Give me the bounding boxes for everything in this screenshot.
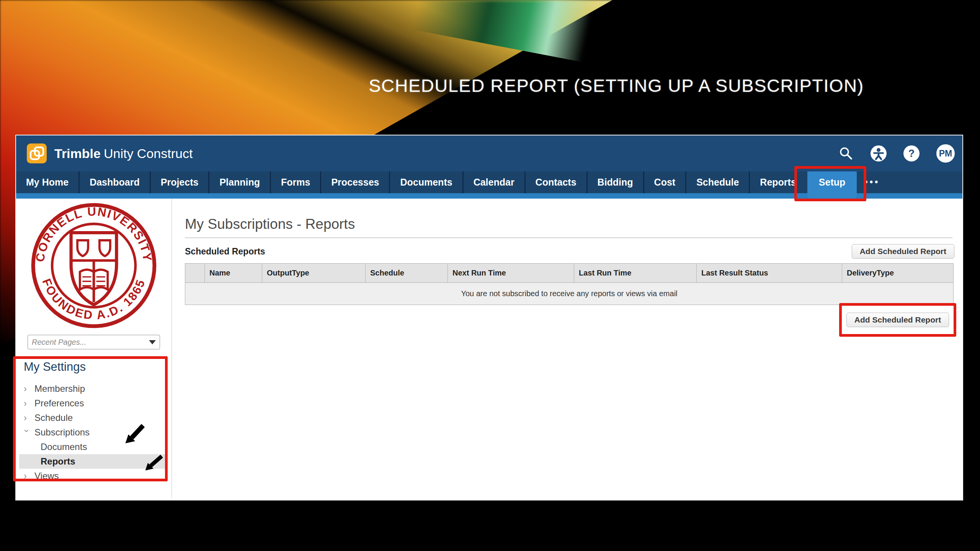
chevron-right-icon: › — [24, 399, 30, 408]
scheduled-reports-label: Scheduled Reports — [185, 246, 962, 257]
brand-rest: Unity Construct — [104, 146, 193, 161]
trimble-logo-icon — [28, 145, 45, 162]
scheduled-reports-table: Name OutputType Schedule Next Run Time L… — [185, 263, 954, 305]
empty-state-message: You are not subscribed to receive any re… — [461, 289, 677, 298]
column-last-result-status[interactable]: Last Result Status — [696, 264, 842, 282]
column-name[interactable]: Name — [204, 264, 262, 282]
app-window: TrimbleUnity Construct — [15, 135, 963, 500]
brand-bold: Trimble — [54, 146, 101, 161]
nav-item-bidding[interactable]: Bidding — [586, 171, 643, 193]
page-title: My Subscriptions - Reports — [185, 216, 962, 232]
settings-list: › Membership › Preferences › Schedule — [24, 381, 172, 483]
annotation-red-box-add-button: Add Scheduled Report — [839, 303, 956, 337]
trimble-logo — [27, 143, 47, 163]
sidebar-item-views[interactable]: › Views — [24, 469, 172, 483]
recent-pages-dropdown[interactable]: Recent Pages... — [28, 335, 160, 349]
nav-item-projects[interactable]: Projects — [150, 171, 209, 193]
sidebar-item-reports-selected[interactable]: Reports — [19, 454, 166, 469]
sidebar: CORNELL UNIVERSITY FOUNDED A.D. 1865 — [16, 199, 172, 498]
app-body: CORNELL UNIVERSITY FOUNDED A.D. 1865 — [16, 199, 962, 498]
title-divider — [185, 238, 952, 238]
search-icon[interactable] — [838, 146, 854, 161]
recent-pages-placeholder: Recent Pages... — [32, 338, 86, 347]
app-header-bar: TrimbleUnity Construct — [16, 135, 962, 171]
chevron-right-icon: › — [24, 384, 30, 393]
chevron-down-icon[interactable] — [149, 340, 156, 344]
nav-tab-setup-active[interactable]: Setup — [807, 171, 857, 199]
empty-state-row: You are not subscribed to receive any re… — [185, 283, 953, 305]
accessibility-icon[interactable] — [871, 145, 887, 161]
nav-item-cost[interactable]: Cost — [643, 171, 686, 193]
chevron-right-icon: › — [24, 413, 30, 422]
nav-item-reports[interactable]: Reports — [749, 171, 806, 193]
column-next-run-time[interactable]: Next Run Time — [448, 264, 574, 282]
my-settings-section: My Settings › Membership › Preferences › — [16, 360, 172, 483]
column-select — [185, 264, 204, 282]
nav-item-my-home[interactable]: My Home — [16, 171, 78, 193]
chevron-right-icon: › — [24, 471, 30, 481]
help-glyph: ? — [908, 148, 915, 160]
column-schedule[interactable]: Schedule — [365, 264, 448, 282]
main-content: My Subscriptions - Reports Scheduled Rep… — [172, 199, 962, 498]
cornell-university-seal: CORNELL UNIVERSITY FOUNDED A.D. 1865 — [31, 202, 157, 329]
nav-item-forms[interactable]: Forms — [270, 171, 320, 193]
nav-item-contacts[interactable]: Contacts — [524, 171, 586, 193]
main-nav-bar: My Home Dashboard Projects Planning Form… — [16, 171, 962, 193]
user-avatar[interactable]: PM — [936, 144, 955, 163]
add-scheduled-report-button-top[interactable]: Add Scheduled Report — [852, 244, 954, 259]
nav-item-dashboard[interactable]: Dashboard — [78, 171, 150, 193]
chevron-down-icon: › — [22, 429, 31, 435]
header-actions: ? PM — [838, 135, 955, 171]
add-scheduled-report-button-bottom[interactable]: Add Scheduled Report — [846, 313, 949, 327]
setup-tab-label: Setup — [819, 177, 845, 187]
sidebar-item-documents[interactable]: Documents — [24, 440, 172, 454]
table-header-row: Name OutputType Schedule Next Run Time L… — [185, 264, 953, 283]
slide-title: SCHEDULED REPORT (SETTING UP A SUBSCRIPT… — [329, 74, 903, 97]
nav-item-schedule[interactable]: Schedule — [685, 171, 749, 193]
nav-item-planning[interactable]: Planning — [208, 171, 270, 193]
presentation-slide: SCHEDULED REPORT (SETTING UP A SUBSCRIPT… — [0, 0, 980, 551]
nav-item-calendar[interactable]: Calendar — [462, 171, 524, 193]
nav-item-documents[interactable]: Documents — [389, 171, 462, 193]
column-output-type[interactable]: OutputType — [262, 264, 365, 282]
nav-item-processes[interactable]: Processes — [320, 171, 389, 193]
sidebar-item-preferences[interactable]: › Preferences — [24, 396, 172, 411]
column-delivery-type[interactable]: DeliveryType — [842, 264, 953, 282]
sidebar-item-schedule[interactable]: › Schedule — [24, 411, 172, 425]
my-settings-heading: My Settings — [24, 360, 172, 374]
nav-overflow-menu[interactable]: ••• — [857, 171, 887, 193]
help-icon[interactable]: ? — [903, 145, 920, 161]
sidebar-item-membership[interactable]: › Membership — [24, 381, 172, 396]
column-last-run-time[interactable]: Last Run Time — [574, 264, 696, 282]
sidebar-item-subscriptions[interactable]: › Subscriptions — [24, 425, 172, 440]
avatar-initials: PM — [939, 148, 952, 159]
app-brand-name: TrimbleUnity Construct — [54, 135, 193, 171]
